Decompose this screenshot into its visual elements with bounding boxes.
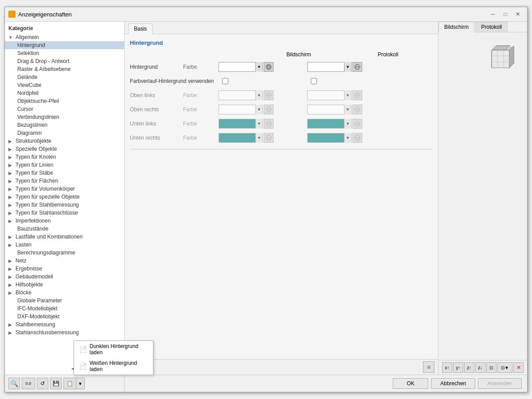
globe-btn-b5[interactable] <box>264 133 274 143</box>
sidebar-item-imperfektionen[interactable]: ▶ Imperfektionen <box>5 217 124 225</box>
close-button[interactable]: ✕ <box>512 10 524 19</box>
dropdown-item-weiss[interactable]: 📄 Weißen Hintergrund laden <box>74 358 153 375</box>
sidebar-item-typen-stahlans[interactable]: ▶ Typen für Stahlanschlüsse <box>5 209 124 217</box>
checkbox-protokoll-farbverlauf[interactable] <box>311 78 317 84</box>
view-btn1[interactable]: ⊡ <box>486 362 497 373</box>
color-dropdown-p5[interactable]: ▼ <box>307 133 352 143</box>
load-dropdown-btn[interactable]: ▼ <box>76 378 84 389</box>
sidebar-item-selektion[interactable]: Selektion <box>5 49 124 57</box>
sidebar-item-hilfsobjekte[interactable]: ▶ Hilfsobjekte <box>5 281 124 289</box>
sidebar-item-typen-spezielle[interactable]: ▶ Typen für spezielle Objekte <box>5 193 124 201</box>
search-btn[interactable]: 🔍 <box>8 378 20 389</box>
color-select-bildschirm-0: ▼ <box>219 62 307 72</box>
sidebar-item-typen-linien[interactable]: ▶ Typen für Linien <box>5 161 124 169</box>
sidebar-item-gelande[interactable]: Gelände <box>5 73 124 81</box>
color-dropdown-b3[interactable]: ▼ <box>219 105 263 114</box>
minimize-button[interactable]: ─ <box>487 10 499 19</box>
globe-btn-p2[interactable] <box>352 90 362 100</box>
sidebar-item-stahlbem[interactable]: ▶ Stahlbemessung <box>5 321 124 329</box>
ok-button[interactable]: OK <box>393 378 428 389</box>
sidebar-item-objektsuche[interactable]: Objektsuche-Pfeil <box>5 97 124 105</box>
dropdown-arrow-b0[interactable]: ▼ <box>255 62 262 72</box>
tab-basis[interactable]: Basis <box>128 23 153 34</box>
sidebar-item-allgemein[interactable]: ▼ Allgemein <box>5 33 124 41</box>
color-dropdown-p2[interactable]: ▼ <box>307 90 352 100</box>
sidebar-item-gebaude[interactable]: ▶ Gebäudemodell <box>5 273 124 281</box>
color-dropdown-p3[interactable]: ▼ <box>307 105 352 114</box>
color-dropdown-b0[interactable]: ▼ <box>219 62 263 72</box>
sidebar-item-lasten[interactable]: ▶ Lasten <box>5 241 124 249</box>
prop-row-oben-links: Oben links Farbe ▼ <box>130 90 433 101</box>
sidebar-item-drag-drop[interactable]: Drag & Drop - Antwort <box>5 57 124 65</box>
dropdown-arrow-p2[interactable]: ▼ <box>344 90 351 100</box>
sidebar-item-hintergrund[interactable]: Hintergrund <box>5 41 124 49</box>
axis-x-btn[interactable]: x↑ <box>442 362 452 373</box>
sidebar-item-diagramm[interactable]: Diagramm <box>5 129 124 137</box>
close-view-btn[interactable]: ✕ <box>513 362 524 373</box>
checkbox-cell-b1 <box>219 78 307 84</box>
sidebar-item-blocke[interactable]: ▶ Blöcke <box>5 289 124 297</box>
sidebar-item-bezugslinien[interactable]: Bezugslinien <box>5 121 124 129</box>
color-dropdown-b5[interactable]: ▼ <box>219 133 263 143</box>
dropdown-arrow-p4[interactable]: ▼ <box>344 119 351 129</box>
tab-protokoll[interactable]: Protokoll <box>475 22 508 32</box>
sidebar-item-globale[interactable]: Globale Parameter <box>5 297 124 305</box>
globe-btn-b4[interactable] <box>264 119 274 129</box>
sidebar-item-stahlans[interactable]: ▶ Stahlanschlussbemessung <box>5 329 124 336</box>
color-dropdown-p0[interactable]: ▼ <box>307 62 352 72</box>
cancel-button[interactable]: Abbrechen <box>431 378 475 389</box>
apply-button[interactable]: Anwenden <box>478 378 522 389</box>
globe-btn-p5[interactable] <box>352 133 362 143</box>
color-dropdown-b2[interactable]: ▼ <box>219 90 263 100</box>
axis-z-btn[interactable]: z↑ <box>464 362 474 373</box>
sidebar-item-viewcube[interactable]: ViewCube <box>5 81 124 89</box>
dropdown-arrow-b5[interactable]: ▼ <box>255 133 262 143</box>
expand-icon: ▶ <box>8 282 14 287</box>
globe-btn-p3[interactable] <box>352 105 362 114</box>
sidebar-item-typen-stabe[interactable]: ▶ Typen für Stäbe <box>5 169 124 177</box>
checkbox-bildschirm-farbverlauf[interactable] <box>222 78 228 84</box>
sidebar-item-dxf[interactable]: DXF-Modellobjekt <box>5 313 124 321</box>
color-dropdown-b4[interactable]: ▼ <box>219 119 263 129</box>
sidebar-item-netz[interactable]: ▶ Netz <box>5 257 124 265</box>
sidebar-item-strukturobjekte[interactable]: ▶ Strukturobjekte <box>5 137 124 145</box>
sidebar-item-typen-flachen[interactable]: ▶ Typen für Flächen <box>5 177 124 185</box>
maximize-button[interactable]: □ <box>500 10 511 19</box>
globe-btn-b2[interactable] <box>264 90 274 100</box>
save-btn[interactable]: 💾 <box>50 378 62 389</box>
cube-preview <box>487 41 518 72</box>
sidebar-item-ifc[interactable]: IFC-Modellobjekt <box>5 305 124 313</box>
sidebar-item-berechnungsdiagramme[interactable]: Berechnungsdiagramme <box>5 249 124 257</box>
sidebar-item-typen-volumen[interactable]: ▶ Typen für Volumenkörper <box>5 185 124 193</box>
globe-btn-p0[interactable] <box>352 62 362 72</box>
axis-y-btn[interactable]: y↑ <box>453 362 463 373</box>
dropdown-arrow-b2[interactable]: ▼ <box>255 90 262 100</box>
sidebar-item-verbindungslinien[interactable]: Verbindungslinien <box>5 113 124 121</box>
list-btn[interactable]: ≡ <box>423 361 434 373</box>
sidebar-item-raster[interactable]: Raster & Arbeitsebene <box>5 65 124 73</box>
sidebar-item-spezielle[interactable]: ▶ Spezielle Objekte <box>5 145 124 153</box>
number-btn[interactable]: 0.0 <box>22 378 35 389</box>
load-btn[interactable]: 📋 <box>64 378 76 389</box>
dropdown-arrow-b4[interactable]: ▼ <box>255 119 262 129</box>
globe-btn-b3[interactable] <box>264 105 274 114</box>
refresh-btn[interactable]: ↺ <box>37 378 48 389</box>
color-dropdown-p4[interactable]: ▼ <box>307 119 352 129</box>
sidebar-item-bauzustande[interactable]: Bauzustände <box>5 225 124 233</box>
sidebar-item-nordpfeil[interactable]: Nordpfeil <box>5 89 124 97</box>
globe-btn-p4[interactable] <box>352 119 362 129</box>
dropdown-arrow-p0[interactable]: ▼ <box>344 62 351 72</box>
dropdown-arrow-p5[interactable]: ▼ <box>344 133 351 143</box>
axis-n-btn[interactable]: z↓ <box>475 362 485 373</box>
sidebar-item-typen-knoten[interactable]: ▶ Typen für Knoten <box>5 153 124 161</box>
tab-bildschirm[interactable]: Bildschirm <box>438 22 474 32</box>
dropdown-arrow-p3[interactable]: ▼ <box>344 105 351 114</box>
sidebar-item-lastfalle[interactable]: ▶ Lastfälle und Kombinationen <box>5 233 124 241</box>
dropdown-arrow-b3[interactable]: ▼ <box>255 105 262 114</box>
globe-btn-b0[interactable] <box>264 62 274 72</box>
sidebar-item-cursor[interactable]: Cursor <box>5 105 124 113</box>
sidebar-item-ergebnisse[interactable]: ▶ Ergebnisse <box>5 265 124 273</box>
view-dropdown[interactable]: ⊡▼ <box>497 362 512 373</box>
dropdown-item-dunkel[interactable]: 📄 Dunklen Hintergrund laden <box>74 341 153 358</box>
sidebar-item-typen-stahlbem[interactable]: ▶ Typen für Stahlbemessung <box>5 201 124 209</box>
